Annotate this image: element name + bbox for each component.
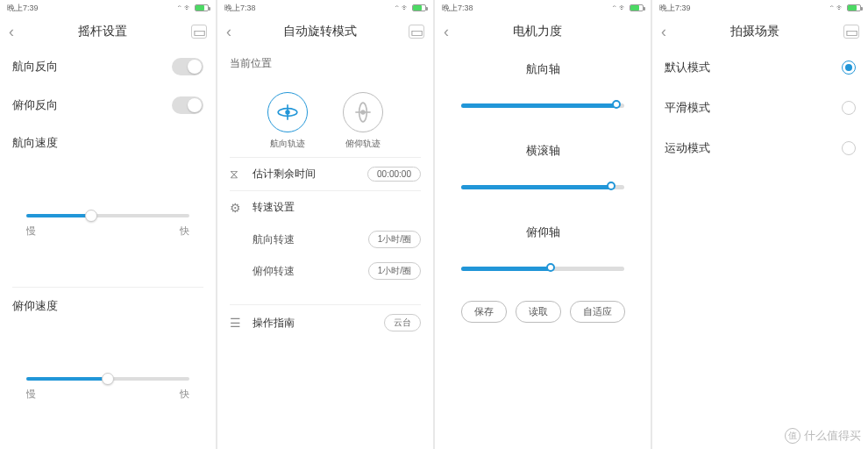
wifi-icon: ⌃ ᯤ: [177, 4, 192, 12]
status-bar: 晚上7:38 ⌃ ᯤ: [217, 0, 433, 16]
logo-icon: 值: [785, 428, 800, 444]
wifi-icon: ⌃ ᯤ: [395, 4, 409, 12]
auto-button[interactable]: 自适应: [570, 301, 625, 323]
battery-icon: [847, 4, 861, 11]
page-title: 自动旋转模式: [231, 24, 409, 39]
save-icon[interactable]: ▭: [843, 25, 859, 39]
section-current-pos: 当前位置: [217, 47, 433, 80]
row-pitch-speed: 俯仰速度: [0, 288, 216, 324]
screen-shooting-scene: 晚上7:39⌃ ᯤ ‹ 拍摄场景 ▭ 默认模式 平滑模式 运动模式 值 什么值得…: [652, 0, 868, 449]
watermark: 值 什么值得买: [785, 428, 861, 444]
slider-heading-speed[interactable]: [26, 214, 189, 217]
row-heading-rpm[interactable]: 航向转速 1小时/圈: [217, 224, 433, 255]
load-button[interactable]: 读取: [516, 301, 561, 323]
battery-icon: [412, 4, 426, 11]
slider-axis-pitch[interactable]: [461, 267, 624, 271]
battery-icon: [630, 4, 644, 11]
est-time-value: 00:00:00: [367, 167, 421, 182]
status-time: 晚上7:39: [7, 3, 39, 14]
doc-icon: ☰: [230, 316, 245, 330]
page-title: 摇杆设置: [14, 24, 191, 39]
save-icon[interactable]: ▭: [409, 25, 424, 39]
screen-auto-rotate: 晚上7:38 ⌃ ᯤ ‹ 自动旋转模式 ▭ 当前位置 航向轨迹 俯仰轨迹 ⧖ 估…: [217, 0, 433, 449]
screen-motor-strength: 晚上7:38⌃ ᯤ ‹ 电机力度 航向轴 横滚轴 俯仰轴 保存 读取 自适应: [435, 0, 651, 449]
row-speed-settings: ⚙ 转速设置: [217, 191, 433, 224]
row-est-time: ⧖ 估计剩余时间 00:00:00: [217, 158, 433, 190]
axis-pitch-label: 俯仰轴: [461, 224, 624, 240]
hourglass-icon: ⧖: [230, 167, 245, 182]
orbit-icon: [276, 101, 299, 124]
slider-pitch-speed[interactable]: [26, 377, 189, 381]
radio-icon: [842, 141, 856, 155]
row-heading-reverse: 航向反向: [0, 47, 216, 86]
mode-default[interactable]: 默认模式: [652, 47, 868, 88]
row-guide[interactable]: ☰ 操作指南 云台: [217, 305, 433, 340]
save-icon[interactable]: ▭: [191, 25, 207, 39]
gear-icon: ⚙: [230, 201, 245, 215]
wifi-icon: ⌃ ᯤ: [612, 4, 627, 12]
save-button[interactable]: 保存: [461, 301, 507, 323]
screen-joystick-settings: 晚上7:39 ⌃ ᯤ ‹ 摇杆设置 ▭ 航向反向 俯仰反向 航向速度 慢快 俯仰…: [0, 0, 216, 449]
slider-axis-roll[interactable]: [461, 185, 624, 189]
page-title: 电机力度: [449, 24, 626, 39]
row-pitch-reverse: 俯仰反向: [0, 86, 216, 125]
toggle-heading-reverse[interactable]: [172, 58, 203, 75]
radio-icon: [842, 61, 856, 75]
row-heading-speed: 航向速度: [0, 125, 216, 161]
radio-icon: [842, 101, 856, 115]
wifi-icon: ⌃ ᯤ: [829, 4, 844, 12]
battery-icon: [195, 4, 209, 11]
row-pitch-rpm[interactable]: 俯仰转速 1小时/圈: [217, 255, 433, 287]
axis-roll-label: 横滚轴: [461, 143, 624, 159]
slider-axis-heading[interactable]: [461, 103, 624, 108]
navbar: ‹ 摇杆设置 ▭: [0, 16, 216, 47]
trajectory-pitch[interactable]: 俯仰轨迹: [343, 92, 383, 150]
status-bar: 晚上7:39 ⌃ ᯤ: [0, 0, 216, 16]
orbit-icon: [352, 101, 374, 124]
mode-smooth[interactable]: 平滑模式: [652, 88, 868, 128]
trajectory-heading[interactable]: 航向轨迹: [267, 92, 308, 150]
toggle-pitch-reverse[interactable]: [172, 96, 203, 114]
mode-sport[interactable]: 运动模式: [652, 128, 868, 168]
axis-heading-label: 航向轴: [461, 61, 624, 77]
page-title: 拍摄场景: [666, 24, 843, 39]
